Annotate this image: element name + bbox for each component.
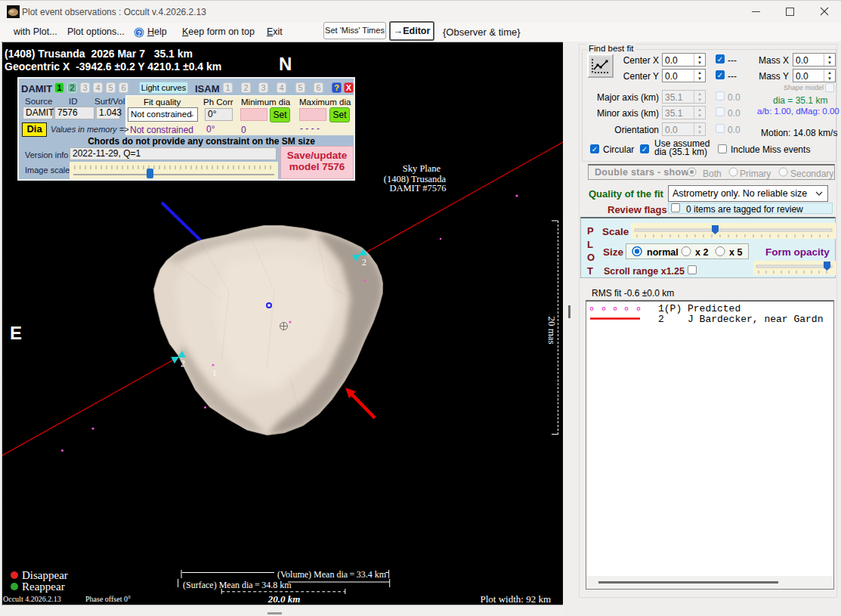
svg-text:1: 1 (212, 368, 217, 377)
svg-text:(Surface) Mean dia = 34.8 km: (Surface) Mean dia = 34.8 km (183, 580, 292, 590)
svg-text:Plot width: 92 km: Plot width: 92 km (480, 593, 551, 605)
svg-text:2: 2 (362, 257, 366, 268)
svg-text:?: ? (137, 29, 141, 37)
svg-text:DAMIT #7576: DAMIT #7576 (389, 183, 446, 193)
svg-text:Disappear: Disappear (22, 569, 68, 581)
svg-text:20 mas: 20 mas (546, 316, 558, 344)
svg-text:Occult 4.2026.2.13: Occult 4.2026.2.13 (3, 595, 61, 603)
svg-text:N: N (279, 54, 292, 74)
svg-text:Sky Plane: Sky Plane (403, 163, 441, 174)
svg-text:(1408) Trusanda 2026 Mar 7: (1408) Trusanda 2026 Mar 7 35.1 km (5, 48, 193, 60)
svg-text:20.0 km: 20.0 km (267, 593, 301, 605)
svg-text:(Volume) Mean dia = 33.4 km: (Volume) Mean dia = 33.4 km (277, 569, 387, 580)
svg-text:Reappear: Reappear (22, 580, 65, 593)
svg-text:Phase offset 0°: Phase offset 0° (85, 595, 131, 603)
svg-text:Geocentric X -3942.6 ±0.2 Y 4: Geocentric X -3942.6 ±0.2 Y 4210.1 ±0.4 … (5, 60, 221, 73)
svg-text:2: 2 (181, 358, 185, 369)
svg-text:E: E (10, 323, 22, 343)
